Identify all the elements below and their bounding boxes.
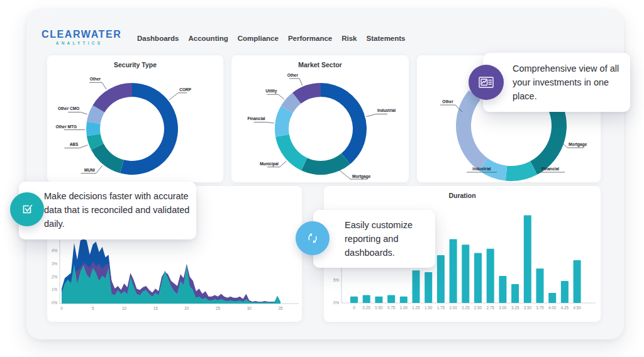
- svg-text:Mortgage: Mortgage: [569, 142, 587, 147]
- svg-text:0.75: 0.75: [387, 305, 396, 310]
- svg-text:1.75: 1.75: [437, 305, 445, 310]
- svg-text:25: 25: [216, 306, 221, 310]
- svg-text:4.25: 4.25: [561, 305, 569, 310]
- nav-item-statements[interactable]: Statements: [367, 35, 406, 42]
- svg-text:1.00: 1.00: [400, 305, 408, 310]
- svg-text:1%: 1%: [52, 287, 58, 292]
- svg-text:2%: 2%: [52, 275, 58, 279]
- callout-text: Make decisions faster with accurate data…: [44, 189, 190, 231]
- chart-card-security-type: Security Type CORPMUNIABSOther MTGOther …: [47, 55, 223, 182]
- svg-text:0: 0: [353, 305, 355, 310]
- brand-logo[interactable]: CLEARWATER ANALYTICS: [42, 29, 117, 45]
- svg-text:5%: 5%: [333, 278, 340, 282]
- svg-text:2.75: 2.75: [487, 305, 495, 310]
- callout-make-decisions: Make decisions faster with accurate data…: [19, 182, 196, 239]
- callout-text: Comprehensive view of all your investmen…: [513, 62, 626, 103]
- svg-text:0.50: 0.50: [375, 305, 383, 310]
- svg-text:Financial: Financial: [247, 116, 265, 121]
- brand-tagline: ANALYTICS: [42, 41, 117, 45]
- svg-text:20: 20: [184, 306, 189, 310]
- svg-text:3.50: 3.50: [524, 305, 532, 310]
- svg-text:2.25: 2.25: [462, 305, 470, 310]
- svg-text:0.25: 0.25: [363, 305, 371, 310]
- svg-text:Municipal: Municipal: [260, 162, 279, 167]
- svg-text:10: 10: [122, 306, 127, 310]
- svg-text:2.50: 2.50: [474, 305, 482, 310]
- main-nav: DashboardsAccountingCompliancePerformanc…: [137, 35, 406, 42]
- svg-text:0%: 0%: [52, 300, 58, 305]
- svg-text:Other: Other: [90, 77, 101, 81]
- sync-icon: [296, 221, 330, 255]
- svg-text:Industrial: Industrial: [377, 108, 396, 113]
- svg-text:1.25: 1.25: [412, 305, 420, 310]
- svg-text:Other MTG: Other MTG: [55, 124, 77, 129]
- nav-item-risk[interactable]: Risk: [341, 35, 357, 42]
- svg-text:3.25: 3.25: [511, 305, 519, 310]
- svg-text:3.00: 3.00: [499, 305, 507, 310]
- svg-text:35: 35: [278, 306, 283, 310]
- svg-text:3%: 3%: [52, 261, 58, 266]
- svg-text:4%: 4%: [52, 248, 58, 253]
- report-icon: [469, 65, 504, 100]
- checkbox-icon: [10, 192, 44, 226]
- clearwater-dashboard-page: CLEARWATER ANALYTICS DashboardsAccountin…: [0, 0, 644, 357]
- chart-card-market-sector: Market Sector IndustrialMortgageMunicipa…: [231, 55, 409, 182]
- svg-text:MUNI: MUNI: [84, 168, 95, 172]
- svg-text:5: 5: [92, 306, 94, 310]
- svg-text:ABS: ABS: [70, 142, 79, 146]
- svg-text:Mortgage: Mortgage: [352, 174, 371, 179]
- market-sector-donut-chart: IndustrialMortgageMunicipalFinancialUtil…: [231, 55, 409, 182]
- svg-text:Financial: Financial: [541, 167, 559, 171]
- callout-text: Easily customize reporting and dashboard…: [345, 218, 430, 260]
- nav-item-performance[interactable]: Performance: [288, 35, 332, 42]
- nav-item-accounting[interactable]: Accounting: [188, 35, 228, 42]
- svg-text:0: 0: [60, 306, 63, 310]
- svg-text:CORP: CORP: [179, 87, 191, 92]
- svg-text:Other: Other: [287, 73, 299, 77]
- svg-text:15: 15: [153, 306, 158, 310]
- svg-text:2.00: 2.00: [449, 305, 457, 310]
- svg-text:Utility: Utility: [265, 89, 277, 94]
- callout-easily-customize: Easily customize reporting and dashboard…: [313, 210, 435, 268]
- svg-text:3.75: 3.75: [536, 305, 544, 310]
- svg-text:Other CMO: Other CMO: [58, 106, 79, 111]
- callout-comprehensive-view: Comprehensive view of all your investmen…: [483, 53, 630, 112]
- nav-item-compliance[interactable]: Compliance: [238, 35, 279, 42]
- svg-text:4.50: 4.50: [573, 305, 581, 310]
- svg-text:0%: 0%: [333, 300, 340, 305]
- brand-name: CLEARWATER: [42, 29, 117, 40]
- svg-text:1.50: 1.50: [425, 305, 433, 310]
- svg-text:Other: Other: [442, 99, 453, 104]
- svg-text:30: 30: [247, 306, 252, 310]
- nav-item-dashboards[interactable]: Dashboards: [137, 35, 179, 42]
- svg-text:4.00: 4.00: [548, 305, 557, 310]
- svg-text:Industrial: Industrial: [472, 167, 491, 171]
- security-type-donut-chart: CORPMUNIABSOther MTGOther CMOOther: [47, 55, 223, 182]
